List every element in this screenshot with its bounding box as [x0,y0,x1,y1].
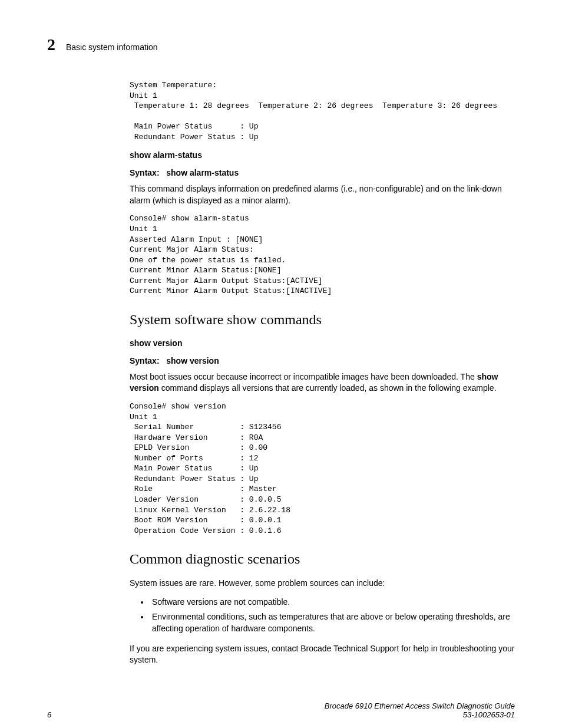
list-item: Software versions are not compatible. [150,597,515,608]
chapter-number: 2 [47,35,55,54]
code-block-show-version: Console# show version Unit 1 Serial Numb… [130,401,515,536]
syntax-label: Syntax: [130,168,160,177]
page-header: 2 Basic system information [47,35,515,54]
chapter-title: Basic system information [66,42,158,52]
list-item: Environmental conditions, such as temper… [150,611,515,634]
desc-text-post: command displays all versions that are c… [159,383,497,393]
syntax-line-alarm: Syntax: show alarm-status [130,168,515,177]
section-heading-software: System software show commands [130,312,515,328]
alarm-description: This command displays information on pre… [130,183,515,206]
code-block-alarm-status: Console# show alarm-status Unit 1 Assert… [130,213,515,296]
guide-title: Brocade 6910 Ethernet Access Switch Diag… [325,701,515,710]
diagnostic-outro: If you are experiencing system issues, c… [130,643,515,666]
main-content: System Temperature: Unit 1 Temperature 1… [130,80,515,666]
syntax-command: show version [166,356,219,365]
doc-number: 53-1002653-01 [325,710,515,719]
command-title-version: show version [130,338,515,348]
desc-text-pre: Most boot issues occur because incorrect… [130,372,477,381]
syntax-command: show alarm-status [166,168,239,177]
diagnostic-intro: System issues are rare. However, some pr… [130,578,515,589]
version-description: Most boot issues occur because incorrect… [130,371,515,394]
section-heading-diagnostic: Common diagnostic scenarios [130,551,515,567]
syntax-line-version: Syntax: show version [130,356,515,365]
page-footer: 6 Brocade 6910 Ethernet Access Switch Di… [47,701,515,719]
footer-right: Brocade 6910 Ethernet Access Switch Diag… [325,701,515,719]
code-block-system-temperature: System Temperature: Unit 1 Temperature 1… [130,80,515,142]
command-title-alarm: show alarm-status [130,150,515,160]
page: 2 Basic system information System Temper… [0,0,562,728]
page-number: 6 [47,710,51,719]
syntax-label: Syntax: [130,356,160,365]
diagnostic-bullets: Software versions are not compatible. En… [130,597,515,635]
